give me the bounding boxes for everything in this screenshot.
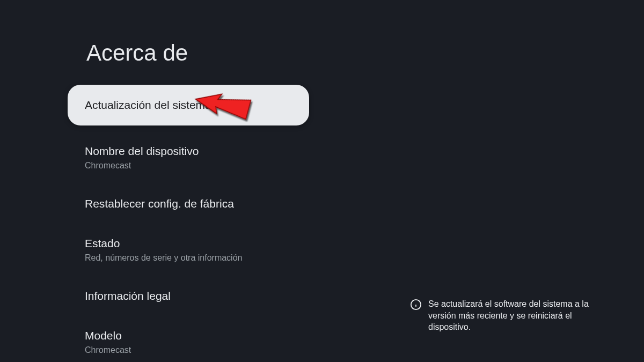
page-title: Acerca de bbox=[86, 40, 188, 66]
info-icon bbox=[410, 299, 422, 311]
menu-item-sublabel: Chromecast bbox=[85, 161, 292, 171]
menu-item-label: Información legal bbox=[85, 290, 292, 302]
menu-item-label: Estado bbox=[85, 237, 292, 250]
menu-item-label: Modelo bbox=[85, 329, 292, 342]
menu-item-sublabel: Red, números de serie y otra información bbox=[85, 253, 292, 263]
menu-item-label: Nombre del dispositivo bbox=[85, 145, 292, 158]
menu-item-label: Actualización del sistema bbox=[85, 99, 292, 112]
menu-item-label: Restablecer config. de fábrica bbox=[85, 197, 292, 210]
menu-item-device-name[interactable]: Nombre del dispositivo Chromecast bbox=[68, 135, 309, 180]
menu-item-model[interactable]: Modelo Chromecast bbox=[68, 320, 309, 362]
menu-list: Actualización del sistema Nombre del dis… bbox=[68, 85, 309, 362]
menu-item-status[interactable]: Estado Red, números de serie y otra info… bbox=[68, 227, 309, 272]
menu-item-system-update[interactable]: Actualización del sistema bbox=[68, 85, 309, 125]
menu-item-legal-info[interactable]: Información legal bbox=[68, 280, 309, 312]
menu-item-sublabel: Chromecast bbox=[85, 345, 292, 355]
menu-item-factory-reset[interactable]: Restablecer config. de fábrica bbox=[68, 188, 309, 220]
info-text: Se actualizará el software del sistema a… bbox=[428, 298, 614, 333]
info-panel: Se actualizará el software del sistema a… bbox=[410, 298, 614, 333]
